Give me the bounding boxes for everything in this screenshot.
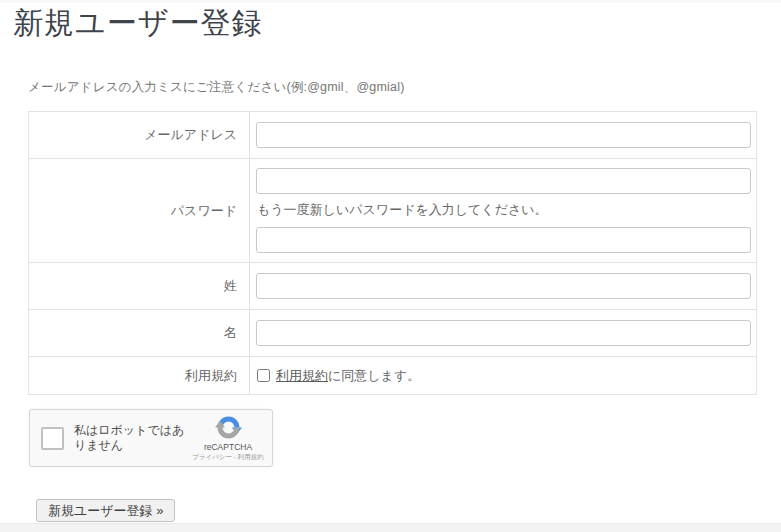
password-label: パスワード	[29, 159, 250, 263]
terms-label: 利用規約	[29, 357, 250, 395]
table-row-lastname: 姓	[29, 263, 757, 310]
submit-button[interactable]: 新規ユーザー登録 »	[36, 499, 175, 522]
terms-agree-text: 利用規約に同意します。	[276, 367, 420, 385]
table-row-terms: 利用規約 利用規約に同意します。	[29, 357, 757, 395]
email-typo-note: メールアドレスの入力ミスにご注意ください(例:@gmil、@gmial)	[28, 79, 405, 96]
recaptcha-checkbox[interactable]	[41, 427, 64, 450]
terms-checkbox[interactable]	[257, 369, 270, 382]
lastname-input[interactable]	[256, 273, 751, 299]
bottom-edge-strip	[0, 523, 781, 532]
recaptcha-label: 私はロボットではありません	[74, 423, 186, 453]
table-row-firstname: 名	[29, 310, 757, 357]
recaptcha-brand-name: reCAPTCHA	[204, 442, 252, 452]
registration-form-table: メールアドレス パスワード もう一度新しいパスワードを入力してください。 姓 名…	[28, 111, 757, 395]
email-label: メールアドレス	[29, 112, 250, 159]
table-row-email: メールアドレス	[29, 112, 757, 159]
registration-page: { "page": { "title": "新規ユーザー登録", "note":…	[0, 0, 781, 532]
password-confirm-hint: もう一度新しいパスワードを入力してください。	[257, 201, 750, 219]
email-input[interactable]	[256, 122, 751, 148]
firstname-input[interactable]	[256, 320, 751, 346]
firstname-label: 名	[29, 310, 250, 357]
recaptcha-widget: 私はロボットではありません reCAPTCHA プライバシー - 利用規約	[29, 409, 273, 467]
recaptcha-brand: reCAPTCHA プライバシー - 利用規約	[192, 414, 264, 462]
page-title: 新規ユーザー登録	[13, 3, 262, 43]
terms-link[interactable]: 利用規約	[276, 368, 328, 383]
password-input[interactable]	[256, 168, 751, 194]
terms-suffix: に同意します。	[328, 368, 420, 383]
recaptcha-logo-icon	[215, 414, 242, 441]
recaptcha-privacy-terms-links[interactable]: プライバシー - 利用規約	[192, 453, 264, 462]
lastname-label: 姓	[29, 263, 250, 310]
table-row-password: パスワード もう一度新しいパスワードを入力してください。	[29, 159, 757, 263]
password-confirm-input[interactable]	[256, 227, 751, 253]
